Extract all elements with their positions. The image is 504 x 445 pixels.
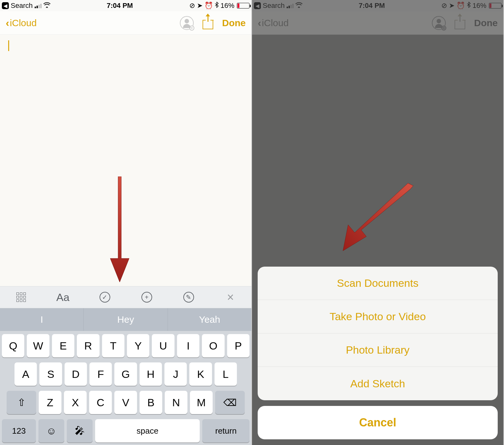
action-photo-library[interactable]: Photo Library — [258, 333, 498, 367]
share-collaborate-icon[interactable]: + — [180, 16, 194, 30]
key-z[interactable]: Z — [39, 391, 61, 414]
key-q[interactable]: Q — [2, 334, 24, 357]
chevron-left-icon: ‹ — [6, 17, 9, 29]
key-o[interactable]: O — [202, 334, 224, 357]
shift-icon: ⇧ — [17, 396, 26, 408]
text-style-button[interactable]: Aa — [54, 289, 72, 305]
suggestion-1[interactable]: Hey — [84, 308, 168, 331]
location-icon: ➤ — [197, 2, 203, 10]
key-r[interactable]: R — [77, 334, 99, 357]
key-numbers[interactable]: 123 — [2, 419, 36, 442]
key-g[interactable]: G — [114, 362, 137, 386]
action-take-photo-video[interactable]: Take Photo or Video — [258, 300, 498, 333]
phone-left: ◀ Search 7:04 PM ⊘ ➤ ⏰ 16% ‹ iCloud + — [0, 0, 252, 445]
back-to-app-icon[interactable]: ◀ — [2, 2, 9, 9]
key-i[interactable]: I — [177, 334, 199, 357]
lock-rotation-icon: ⊘ — [189, 2, 195, 10]
key-backspace[interactable]: ⌫ — [215, 391, 245, 414]
suggestion-2[interactable]: Yeah — [168, 308, 251, 331]
phone-right: ◀ Search 7:04 PM ⊘ ➤ ⏰ 16% ‹ iCloud + — [252, 0, 504, 445]
key-dictation[interactable]: 🎤︎ — [67, 419, 93, 442]
checklist-button[interactable]: ✓ — [95, 289, 114, 305]
annotation-arrow-down — [107, 176, 132, 285]
text-cursor — [8, 40, 9, 51]
suggestion-0[interactable]: I — [0, 308, 84, 331]
wifi-icon — [43, 2, 50, 9]
key-y[interactable]: Y — [127, 334, 149, 357]
alarm-icon: ⏰ — [204, 2, 213, 10]
key-v[interactable]: V — [114, 391, 137, 414]
key-return[interactable]: return — [202, 419, 249, 442]
back-label: iCloud — [10, 18, 37, 28]
action-add-sketch[interactable]: Add Sketch — [258, 367, 498, 400]
action-cancel[interactable]: Cancel — [258, 406, 498, 439]
format-toolbar: Aa ✓ + ✎ × — [0, 286, 251, 308]
mic-icon: 🎤︎ — [75, 425, 85, 437]
back-to-app-label[interactable]: Search — [11, 2, 33, 10]
share-icon[interactable] — [203, 17, 213, 29]
key-a[interactable]: A — [14, 362, 37, 386]
key-h[interactable]: H — [140, 362, 162, 386]
keyboard: Q W E R T Y U I O P A S D F G H J K L ⇧ … — [0, 331, 251, 445]
key-n[interactable]: N — [165, 391, 187, 414]
close-toolbar-button[interactable]: × — [221, 289, 240, 305]
key-p[interactable]: P — [227, 334, 249, 357]
key-s[interactable]: S — [39, 362, 62, 386]
action-sheet: Scan Documents Take Photo or Video Photo… — [258, 267, 498, 439]
key-t[interactable]: T — [102, 334, 124, 357]
key-d[interactable]: D — [65, 362, 87, 386]
key-space[interactable]: space — [95, 419, 200, 442]
back-button[interactable]: ‹ iCloud — [6, 17, 37, 29]
battery-pct: 16% — [220, 2, 234, 10]
key-j[interactable]: J — [164, 362, 187, 386]
add-attachment-button[interactable]: + — [137, 289, 156, 305]
cell-signal-icon — [35, 3, 42, 8]
done-button[interactable]: Done — [222, 18, 246, 28]
status-time: 7:04 PM — [107, 2, 133, 10]
key-w[interactable]: W — [27, 334, 49, 357]
key-u[interactable]: U — [152, 334, 174, 357]
key-c[interactable]: C — [89, 391, 112, 414]
emoji-icon: ☺ — [46, 425, 57, 437]
suggestion-bar: I Hey Yeah — [0, 308, 251, 331]
key-x[interactable]: X — [64, 391, 87, 414]
status-bar: ◀ Search 7:04 PM ⊘ ➤ ⏰ 16% — [0, 0, 251, 11]
key-m[interactable]: M — [190, 391, 213, 414]
markup-button[interactable]: ✎ — [179, 289, 198, 305]
backspace-icon: ⌫ — [223, 397, 237, 408]
key-shift[interactable]: ⇧ — [7, 391, 36, 414]
action-sheet-options: Scan Documents Take Photo or Video Photo… — [258, 267, 498, 400]
table-button[interactable] — [12, 289, 31, 305]
key-f[interactable]: F — [89, 362, 112, 386]
bluetooth-icon — [215, 2, 219, 10]
key-k[interactable]: K — [189, 362, 212, 386]
battery-icon — [236, 3, 249, 9]
key-l[interactable]: L — [215, 362, 237, 386]
action-scan-documents[interactable]: Scan Documents — [258, 267, 498, 300]
key-b[interactable]: B — [140, 391, 162, 414]
key-emoji[interactable]: ☺ — [38, 419, 64, 442]
nav-bar: ‹ iCloud + Done — [0, 11, 251, 35]
key-e[interactable]: E — [52, 334, 74, 357]
note-editor[interactable] — [0, 35, 251, 286]
